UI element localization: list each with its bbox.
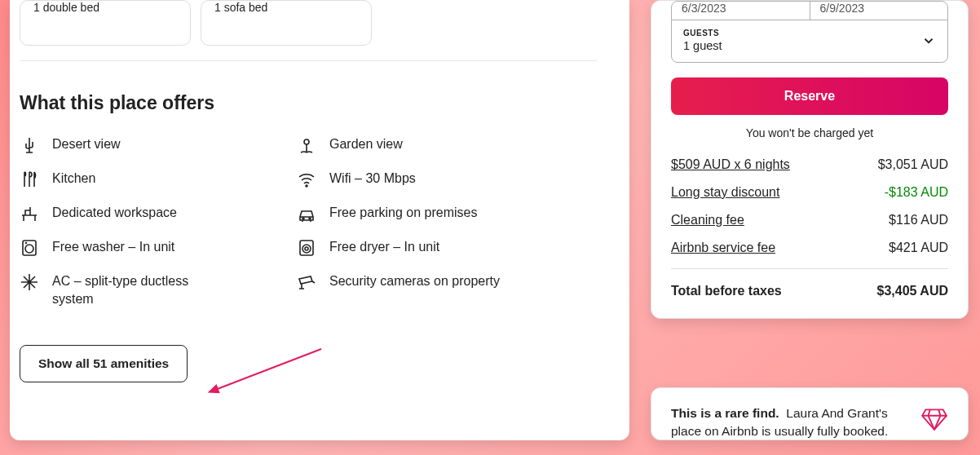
- amenity-label: Security cameras on property: [329, 272, 500, 290]
- price-label[interactable]: Cleaning fee: [671, 213, 744, 228]
- svg-point-3: [309, 218, 311, 219]
- price-line: Airbnb service fee $421 AUD: [671, 241, 948, 255]
- car-icon: [297, 204, 316, 223]
- price-value: $421 AUD: [889, 241, 948, 255]
- svg-point-0: [304, 139, 309, 144]
- cactus-icon: [20, 135, 39, 155]
- total-value: $3,405 AUD: [877, 284, 948, 298]
- bed-label: 1 double bed: [33, 1, 99, 14]
- bed-label: 1 sofa bed: [214, 1, 267, 14]
- price-label[interactable]: Airbnb service fee: [671, 241, 775, 255]
- svg-point-1: [306, 185, 307, 187]
- desk-icon: [20, 204, 39, 223]
- chevron-down-icon: [921, 33, 936, 48]
- price-value: $116 AUD: [889, 213, 948, 228]
- dryer-icon: [297, 238, 316, 258]
- annotation-arrow-icon: [207, 342, 329, 408]
- wifi-icon: [297, 170, 316, 189]
- checkin-value: 6/3/2023: [682, 2, 726, 15]
- snowflake-icon: [20, 272, 39, 292]
- amenity-label: Free parking on premises: [329, 204, 477, 222]
- amenity-garden-view: Garden view: [297, 135, 574, 155]
- amenities-title: What this place offers: [20, 92, 629, 114]
- guests-value: 1 guest: [683, 39, 722, 52]
- amenity-label: Desert view: [52, 135, 121, 153]
- utensils-icon: [20, 170, 39, 189]
- amenity-label: Free dryer – In unit: [329, 238, 439, 256]
- camera-icon: [297, 272, 316, 292]
- guests-selector[interactable]: GUESTS 1 guest: [672, 20, 947, 62]
- diamond-icon: [920, 404, 948, 432]
- svg-point-6: [26, 243, 27, 244]
- amenity-parking: Free parking on premises: [297, 204, 574, 223]
- listing-main-card: 1 double bed 1 sofa bed What this place …: [10, 0, 629, 440]
- svg-point-2: [302, 218, 304, 219]
- rare-find-card: This is a rare find. Laura And Grant's p…: [651, 387, 969, 440]
- section-divider: [20, 60, 597, 61]
- price-value: $3,051 AUD: [878, 157, 948, 172]
- amenity-label: Garden view: [329, 135, 403, 153]
- checkout-cell[interactable]: 6/9/2023: [810, 2, 948, 20]
- price-line: $509 AUD x 6 nights $3,051 AUD: [671, 157, 948, 172]
- flower-icon: [297, 135, 316, 155]
- svg-line-10: [215, 349, 321, 390]
- bed-card: 1 sofa bed: [201, 0, 372, 46]
- bed-cards-row: 1 double bed 1 sofa bed: [20, 0, 629, 60]
- show-all-amenities-button[interactable]: Show all 51 amenities: [20, 345, 188, 382]
- svg-point-9: [305, 247, 308, 250]
- amenity-label: Dedicated workspace: [52, 204, 177, 222]
- amenity-kitchen: Kitchen: [20, 170, 297, 189]
- price-line: Cleaning fee $116 AUD: [671, 213, 948, 228]
- washer-icon: [20, 238, 39, 258]
- date-row[interactable]: 6/3/2023 6/9/2023: [672, 2, 947, 20]
- guests-heading: GUESTS: [683, 29, 722, 38]
- amenity-ac: AC – split-type ductless system: [20, 272, 297, 307]
- amenity-label: Free washer – In unit: [52, 238, 174, 256]
- rare-find-text: This is a rare find. Laura And Grant's p…: [671, 404, 909, 440]
- price-label[interactable]: $509 AUD x 6 nights: [671, 157, 790, 172]
- total-divider: [671, 268, 948, 269]
- price-value: -$183 AUD: [885, 185, 948, 200]
- rare-find-bold: This is a rare find.: [671, 406, 779, 420]
- amenity-workspace: Dedicated workspace: [20, 204, 297, 223]
- amenity-label: Wifi – 30 Mbps: [329, 170, 416, 188]
- amenity-washer: Free washer – In unit: [20, 238, 297, 258]
- amenity-desert-view: Desert view: [20, 135, 297, 155]
- charge-note: You won't be charged yet: [671, 126, 948, 139]
- amenity-label: AC – split-type ductless system: [52, 272, 232, 307]
- checkout-value: 6/9/2023: [820, 2, 865, 15]
- price-line: Long stay discount -$183 AUD: [671, 185, 948, 200]
- amenity-security-camera: Security cameras on property: [297, 272, 574, 307]
- svg-point-8: [302, 245, 311, 253]
- date-guest-box: 6/3/2023 6/9/2023 GUESTS 1 guest: [671, 1, 948, 63]
- bed-card: 1 double bed: [20, 0, 191, 46]
- booking-card: 6/3/2023 6/9/2023 GUESTS 1 guest Reserve…: [651, 0, 969, 319]
- price-label[interactable]: Long stay discount: [671, 185, 779, 200]
- svg-point-5: [25, 245, 33, 253]
- amenity-label: Kitchen: [52, 170, 95, 188]
- total-line: Total before taxes $3,405 AUD: [671, 284, 948, 298]
- total-label: Total before taxes: [671, 284, 782, 298]
- amenities-grid: Desert view Garden view Kitchen Wifi – 3…: [20, 135, 629, 307]
- amenity-wifi: Wifi – 30 Mbps: [297, 170, 574, 189]
- checkin-cell[interactable]: 6/3/2023: [672, 2, 810, 20]
- reserve-button[interactable]: Reserve: [671, 77, 948, 115]
- amenity-dryer: Free dryer – In unit: [297, 238, 574, 258]
